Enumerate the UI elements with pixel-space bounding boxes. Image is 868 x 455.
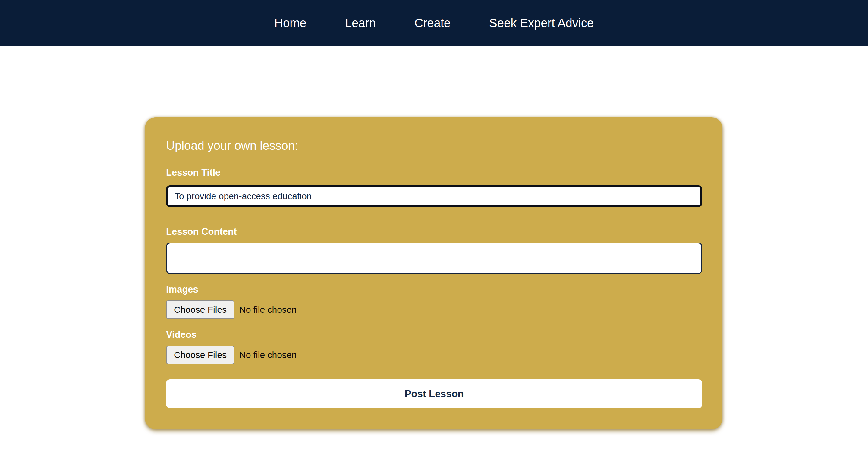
- images-choose-files-button[interactable]: Choose Files: [166, 300, 235, 319]
- top-nav: Home Learn Create Seek Expert Advice: [0, 0, 868, 45]
- lesson-title-input[interactable]: [166, 185, 702, 207]
- lesson-content-textarea[interactable]: [166, 242, 702, 274]
- nav-link-create[interactable]: Create: [414, 17, 451, 29]
- videos-choose-files-button[interactable]: Choose Files: [166, 346, 235, 364]
- post-lesson-button[interactable]: Post Lesson: [166, 379, 702, 408]
- images-file-input: Choose Files No file chosen: [166, 300, 702, 319]
- lesson-content-label: Lesson Content: [166, 226, 702, 237]
- images-file-status: No file chosen: [239, 305, 297, 315]
- content-area: Upload your own lesson: Lesson Title Les…: [0, 117, 868, 429]
- lesson-title-label: Lesson Title: [166, 167, 702, 178]
- card-heading: Upload your own lesson:: [166, 138, 702, 153]
- nav-link-seek-expert-advice[interactable]: Seek Expert Advice: [489, 17, 594, 29]
- nav-link-home[interactable]: Home: [274, 17, 307, 29]
- videos-file-status: No file chosen: [239, 350, 297, 360]
- videos-label: Videos: [166, 329, 702, 340]
- upload-lesson-card: Upload your own lesson: Lesson Title Les…: [145, 117, 722, 429]
- images-label: Images: [166, 284, 702, 295]
- videos-file-input: Choose Files No file chosen: [166, 346, 702, 364]
- nav-link-learn[interactable]: Learn: [345, 17, 376, 29]
